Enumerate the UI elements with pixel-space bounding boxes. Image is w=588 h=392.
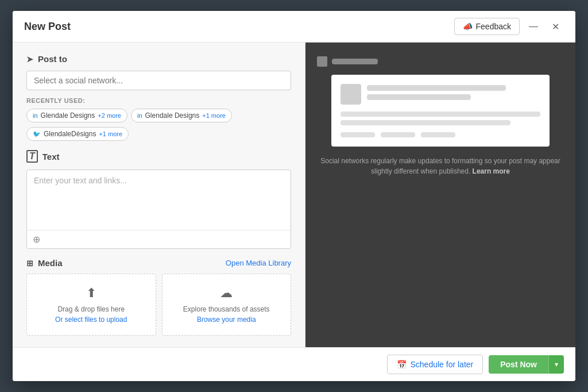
explore-label: Explore thousands of assets <box>168 305 285 313</box>
preview-avatar <box>341 84 361 105</box>
schedule-later-button[interactable]: 📅 Schedule for later <box>387 355 483 374</box>
right-panel: Social networks regularly make updates t… <box>305 43 575 347</box>
text-area-wrapper: ⊕ <box>26 170 291 249</box>
modal-footer: 📅 Schedule for later Post Now ▾ <box>13 347 575 381</box>
post-now-button[interactable]: Post Now <box>489 355 548 374</box>
cloud-upload-icon: ☁ <box>168 286 285 301</box>
chip-label-2: Glendale Designs <box>145 112 200 120</box>
close-button[interactable]: ✕ <box>547 19 564 34</box>
browse-media-box[interactable]: ☁ Explore thousands of assets Browse you… <box>162 274 292 336</box>
twitter-icon: 🐦 <box>33 130 41 138</box>
preview-network-label <box>332 59 378 64</box>
minimize-button[interactable]: — <box>524 19 543 34</box>
linkedin-icon-2: in <box>137 112 142 119</box>
modal-header: New Post 📣 Feedback — ✕ <box>13 11 575 43</box>
chip-label-3: GlendaleDésigns <box>44 130 96 138</box>
preview-card <box>331 75 550 147</box>
chip-linkedin-1[interactable]: in Glendale Designs +2 more <box>26 109 127 122</box>
chip-more-1: +2 more <box>98 112 121 119</box>
preview-content-line-1 <box>341 112 540 117</box>
preview-subname-line <box>367 94 471 100</box>
media-upload-area: ⬆ Drag & drop files here Or select files… <box>26 274 291 336</box>
post-now-dropdown-button[interactable]: ▾ <box>548 355 564 374</box>
megaphone-icon: 📣 <box>463 22 473 31</box>
preview-content-line-2 <box>341 120 510 125</box>
chip-linkedin-2[interactable]: in Glendale Designs +1 more <box>131 109 232 122</box>
media-header: ⊞ Media Open Media Library <box>26 258 291 268</box>
preview-footer-chip-1 <box>341 132 375 137</box>
text-icon: T <box>26 150 38 163</box>
send-icon: ➤ <box>26 55 33 64</box>
media-icon: ⊞ <box>26 259 33 268</box>
emoji-button[interactable]: ⊕ <box>33 234 40 245</box>
preview-footer-chip-2 <box>381 132 415 137</box>
preview-name-lines <box>367 85 540 103</box>
post-now-group: Post Now ▾ <box>489 355 564 374</box>
modal-body: ➤ Post to RECENTLY USED: in Glendale Des… <box>13 43 575 347</box>
drag-drop-upload-box[interactable]: ⬆ Drag & drop files here Or select files… <box>26 274 156 336</box>
post-text-input[interactable] <box>27 170 291 228</box>
open-media-library-link[interactable]: Open Media Library <box>226 259 291 267</box>
browse-media-link[interactable]: Browse your media <box>168 316 285 324</box>
recently-used-label: RECENTLY USED: <box>26 97 291 104</box>
minimize-icon: — <box>529 21 538 31</box>
chevron-down-icon: ▾ <box>555 360 558 368</box>
preview-name-line <box>367 85 506 91</box>
feedback-button[interactable]: 📣 Feedback <box>454 18 520 35</box>
select-files-link[interactable]: Or select files to upload <box>33 316 150 324</box>
media-section-title: ⊞ Media <box>26 258 63 268</box>
close-icon: ✕ <box>552 22 559 32</box>
header-actions: 📣 Feedback — ✕ <box>454 18 564 35</box>
left-panel: ➤ Post to RECENTLY USED: in Glendale Des… <box>13 43 305 347</box>
upload-icon: ⬆ <box>33 286 150 301</box>
preview-content-lines <box>341 112 540 125</box>
preview-note: Social networks regularly make updates t… <box>317 156 564 176</box>
new-post-modal: New Post 📣 Feedback — ✕ ➤ Post to RECENT… <box>13 11 575 381</box>
drag-drop-label: Drag & drop files here <box>33 305 150 313</box>
preview-footer-chip-3 <box>421 132 455 137</box>
chip-twitter-1[interactable]: 🐦 GlendaleDésigns +1 more <box>26 127 129 141</box>
learn-more-link[interactable]: Learn more <box>473 167 510 175</box>
text-section-title: T Text <box>26 150 291 163</box>
network-chips-row2: 🐦 GlendaleDésigns +1 more <box>26 127 291 141</box>
chip-label-1: Glendale Designs <box>41 112 95 120</box>
post-to-section-title: ➤ Post to <box>26 54 291 64</box>
preview-footer-chips <box>341 132 540 137</box>
social-network-search-input[interactable] <box>26 71 291 90</box>
chip-more-2: +1 more <box>202 112 226 119</box>
preview-card-header <box>341 84 540 105</box>
text-area-footer: ⊕ <box>27 230 291 248</box>
network-chips-row1: in Glendale Designs +2 more in Glendale … <box>26 109 291 122</box>
chip-more-3: +1 more <box>99 130 122 137</box>
preview-header <box>317 56 378 67</box>
calendar-icon: 📅 <box>397 360 407 369</box>
linkedin-icon: in <box>33 112 38 119</box>
modal-title: New Post <box>24 21 71 33</box>
preview-network-icon <box>317 56 327 67</box>
